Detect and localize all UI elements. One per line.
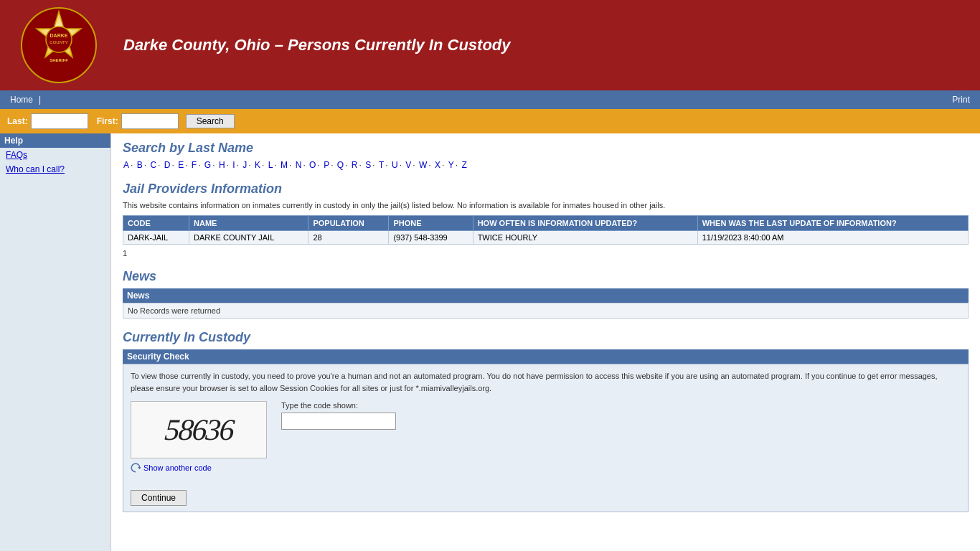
security-check-body: To view those currently in custody, you … [123,364,969,512]
captcha-input-area: Type the code shown: [281,401,396,430]
cell-population: 28 [308,231,389,245]
alpha-A[interactable]: A [123,160,129,170]
alpha-U[interactable]: U [392,160,398,170]
jail-providers-table: CODE NAME POPULATION PHONE HOW OFTEN IS … [123,215,969,245]
captcha-label: Type the code shown: [281,401,396,410]
cell-phone: (937) 548-3399 [389,231,473,245]
alpha-V[interactable]: V [405,160,411,170]
alpha-Y[interactable]: Y [448,160,454,170]
show-another-label: Show another code [143,463,212,472]
first-label: First: [97,116,118,126]
content-area: Search by Last Name A· B· C· D· E· F· G·… [111,133,980,519]
captcha-input[interactable] [281,413,396,430]
alpha-X[interactable]: X [435,160,440,170]
search-bar: Last: First: Search [0,109,980,133]
sidebar: Help FAQs Who can I call? [0,133,111,551]
page-header: DARKE COUNTY SHERIFF Darke County, Ohio … [0,0,980,90]
home-link[interactable]: Home [6,93,37,106]
alpha-H[interactable]: H [219,160,225,170]
news-title: News [123,269,969,284]
alpha-Z[interactable]: Z [461,160,466,170]
alpha-links: A· B· C· D· E· F· G· H· I· J· K· L· M· N… [123,160,969,170]
alpha-P[interactable]: P [324,160,329,170]
alpha-J[interactable]: J [242,160,247,170]
alpha-F[interactable]: F [192,160,197,170]
first-name-input[interactable] [121,113,179,129]
cell-update-freq: TWICE HOURLY [473,231,697,245]
alpha-B[interactable]: B [137,160,143,170]
search-by-last-name-title: Search by Last Name [123,141,969,156]
refresh-icon [131,463,141,473]
last-name-input[interactable] [31,113,88,129]
page-title: Darke County, Ohio – Persons Currently I… [109,36,511,55]
captcha-image: 58636 [131,401,267,458]
show-another-code-link[interactable]: Show another code [131,463,267,473]
alpha-M[interactable]: M [281,160,288,170]
table-footer: 1 [123,249,969,258]
alpha-G[interactable]: G [204,160,211,170]
currently-in-custody-title: Currently In Custody [123,330,969,345]
cell-name: DARKE COUNTY JAIL [189,231,308,245]
cell-last-update: 11/19/2023 8:40:00 AM [697,231,968,245]
sidebar-help-header: Help [0,133,110,148]
alpha-S[interactable]: S [365,160,371,170]
security-check-header: Security Check [123,349,969,364]
alpha-N[interactable]: N [296,160,302,170]
search-button[interactable]: Search [186,114,235,128]
alpha-I[interactable]: I [232,160,235,170]
nav-separator: | [39,95,41,105]
alpha-C[interactable]: C [150,160,156,170]
navbar: Home | Print [0,90,980,109]
col-phone: PHONE [389,216,473,231]
alpha-E[interactable]: E [178,160,184,170]
svg-point-2 [46,27,72,52]
col-last-update: WHEN WAS THE LAST UPDATE OF INFORMATION? [697,216,968,231]
alpha-W[interactable]: W [419,160,427,170]
sidebar-item-faqs[interactable]: FAQs [0,148,110,162]
news-body: No Records were returned [123,303,969,319]
alpha-K[interactable]: K [255,160,260,170]
print-link[interactable]: Print [948,93,974,106]
alpha-L[interactable]: L [268,160,273,170]
col-population: POPULATION [308,216,389,231]
last-label: Last: [7,116,28,126]
captcha-area: 58636 Show another code Type the code sh… [131,401,961,473]
jail-description: This website contains information on inm… [123,201,969,209]
table-row: DARK-JAIL DARKE COUNTY JAIL 28 (937) 548… [123,231,969,245]
jail-providers-title: Jail Providers Information [123,182,969,197]
security-description: To view those currently in custody, you … [131,370,961,394]
col-code: CODE [123,216,189,231]
svg-text:DARKE: DARKE [50,33,68,38]
news-header-bar: News [123,288,969,303]
alpha-T[interactable]: T [379,160,384,170]
col-update-freq: HOW OFTEN IS INFORMATION UPDATED? [473,216,697,231]
sidebar-item-who-can-i-call[interactable]: Who can I call? [0,162,110,176]
svg-text:SHERIFF: SHERIFF [50,58,68,62]
alpha-Q[interactable]: Q [337,160,344,170]
svg-text:COUNTY: COUNTY [50,40,67,44]
alpha-O[interactable]: O [309,160,316,170]
main-layout: Help FAQs Who can I call? Search by Last… [0,133,980,551]
col-name: NAME [189,216,308,231]
sheriff-logo: DARKE COUNTY SHERIFF [19,6,98,85]
alpha-D[interactable]: D [164,160,171,170]
alpha-R[interactable]: R [352,160,358,170]
cell-code: DARK-JAIL [123,231,189,245]
logo-area: DARKE COUNTY SHERIFF [9,6,109,85]
continue-button[interactable]: Continue [131,490,187,506]
captcha-display-text: 58636 [163,413,234,447]
